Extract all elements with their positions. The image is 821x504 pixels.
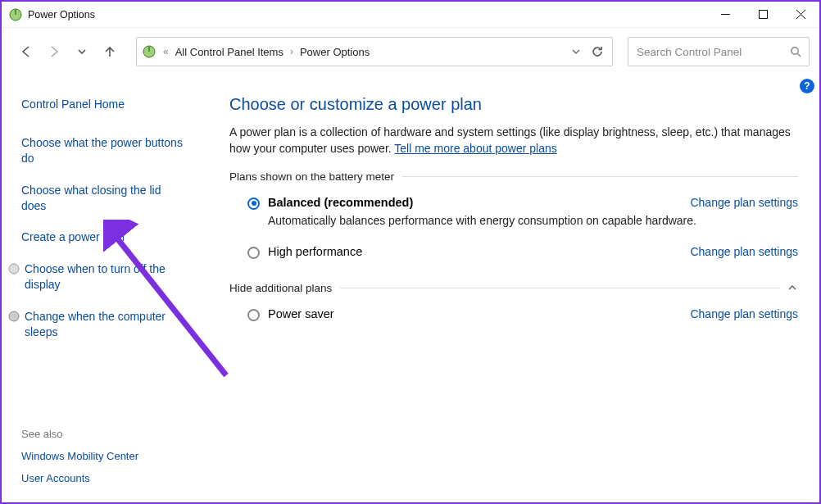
search-box[interactable] bbox=[628, 37, 810, 66]
address-dropdown-icon[interactable] bbox=[571, 47, 581, 57]
sidebar-link-change-sleep[interactable]: Change when the computer sleeps bbox=[8, 309, 172, 340]
sidebar-link-power-buttons[interactable]: Choose what the power buttons do bbox=[21, 135, 185, 166]
breadcrumb-chevron-icon: › bbox=[290, 46, 293, 57]
sidebar-link-create-plan[interactable]: Create a power plan bbox=[21, 229, 185, 245]
svg-rect-3 bbox=[759, 11, 767, 19]
forward-button[interactable] bbox=[43, 40, 66, 63]
sidebar-link-turn-off-display[interactable]: Choose when to turn off the display bbox=[8, 261, 172, 293]
search-input[interactable] bbox=[637, 46, 776, 58]
svg-point-11 bbox=[9, 311, 19, 321]
see-also-heading: See also bbox=[21, 428, 202, 440]
sleep-icon bbox=[8, 311, 20, 322]
minimize-button[interactable] bbox=[706, 2, 744, 27]
hide-additional-plans-section[interactable]: Hide additional plans bbox=[229, 282, 798, 294]
main-panel: ? Choose or customize a power plan A pow… bbox=[215, 75, 819, 502]
plan-power-saver: Power saver Change plan settings bbox=[229, 304, 798, 336]
refresh-button[interactable] bbox=[591, 45, 604, 58]
change-plan-settings-link[interactable]: Change plan settings bbox=[690, 245, 798, 258]
breadcrumb-item[interactable]: All Control Panel Items bbox=[175, 46, 283, 58]
divider bbox=[402, 176, 798, 177]
recent-locations-button[interactable] bbox=[70, 40, 93, 63]
plan-balanced: Balanced (recommended) Change plan setti… bbox=[229, 193, 798, 242]
address-bar[interactable]: « All Control Panel Items › Power Option… bbox=[136, 37, 613, 66]
window-controls bbox=[706, 2, 819, 27]
svg-line-9 bbox=[797, 53, 801, 57]
see-also-section: See also Windows Mobility Center User Ac… bbox=[21, 428, 202, 494]
svg-rect-1 bbox=[15, 10, 16, 15]
plans-shown-section: Plans shown on the battery meter bbox=[229, 170, 798, 183]
plan-description: Automatically balances performance with … bbox=[268, 214, 798, 227]
change-plan-settings-link[interactable]: Change plan settings bbox=[690, 307, 798, 320]
chevron-up-icon[interactable] bbox=[787, 282, 798, 293]
page-description: A power plan is a collection of hardware… bbox=[229, 124, 798, 157]
sidebar: Control Panel Home Choose what the power… bbox=[2, 75, 215, 502]
change-plan-settings-link[interactable]: Change plan settings bbox=[690, 196, 798, 209]
plan-name: High performance bbox=[268, 245, 362, 258]
svg-point-8 bbox=[792, 47, 798, 53]
sidebar-link-close-lid[interactable]: Choose what closing the lid does bbox=[21, 183, 185, 214]
maximize-button[interactable] bbox=[744, 2, 782, 27]
up-button[interactable] bbox=[98, 40, 121, 63]
see-also-mobility-link[interactable]: Windows Mobility Center bbox=[21, 450, 202, 462]
plan-high-performance: High performance Change plan settings bbox=[229, 242, 798, 274]
display-icon bbox=[8, 263, 20, 275]
svg-point-10 bbox=[9, 264, 19, 274]
page-title: Choose or customize a power plan bbox=[229, 95, 798, 114]
divider bbox=[340, 288, 780, 288]
window-title: Power Options bbox=[28, 9, 95, 20]
breadcrumb-item[interactable]: Power Options bbox=[300, 46, 370, 58]
see-also-user-accounts-link[interactable]: User Accounts bbox=[21, 472, 202, 484]
plan-radio-high-performance[interactable] bbox=[247, 247, 260, 259]
hide-additional-label: Hide additional plans bbox=[229, 282, 332, 294]
power-options-icon bbox=[8, 7, 23, 22]
power-options-icon bbox=[142, 44, 156, 59]
toolbar: « All Control Panel Items › Power Option… bbox=[2, 28, 819, 75]
control-panel-home-link[interactable]: Control Panel Home bbox=[21, 97, 185, 112]
close-button[interactable] bbox=[782, 2, 819, 27]
plans-shown-label: Plans shown on the battery meter bbox=[229, 170, 394, 183]
back-button[interactable] bbox=[15, 40, 38, 63]
plan-name: Balanced (recommended) bbox=[268, 196, 413, 209]
plan-radio-balanced[interactable] bbox=[247, 198, 260, 210]
search-icon bbox=[790, 46, 802, 58]
plan-radio-power-saver[interactable] bbox=[247, 309, 260, 321]
svg-rect-7 bbox=[148, 47, 149, 52]
titlebar: Power Options bbox=[2, 2, 819, 28]
tell-me-more-link[interactable]: Tell me more about power plans bbox=[394, 142, 556, 155]
breadcrumb-chevron-icon: « bbox=[163, 46, 169, 57]
plan-name: Power saver bbox=[268, 307, 334, 320]
sidebar-item-label: Change when the computer sleeps bbox=[25, 309, 172, 340]
sidebar-item-label: Choose when to turn off the display bbox=[25, 261, 172, 293]
help-icon[interactable]: ? bbox=[800, 79, 814, 93]
